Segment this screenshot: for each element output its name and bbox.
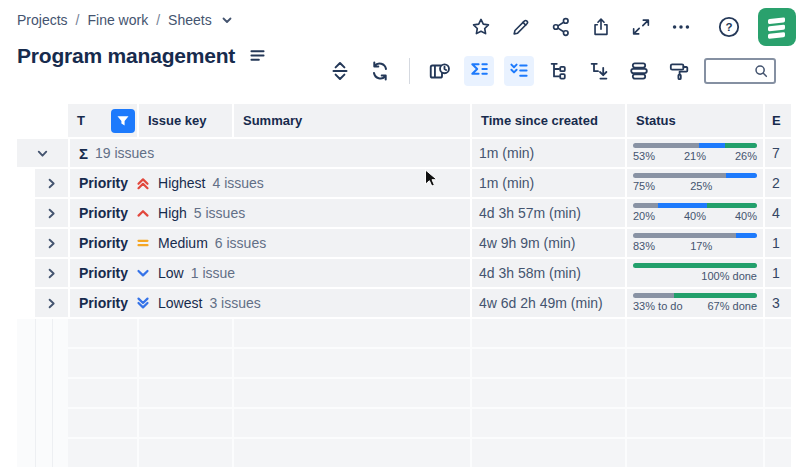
column-header-status[interactable]: Status <box>625 104 763 137</box>
row-expander[interactable] <box>35 229 68 257</box>
share-icon[interactable] <box>549 15 573 39</box>
issue-count: 6 issues <box>215 235 266 251</box>
chevron-down-icon[interactable] <box>35 146 50 161</box>
status-bar-segment-green <box>633 263 757 268</box>
breadcrumb-item-projects[interactable]: Projects <box>17 12 68 28</box>
column-header-estimate[interactable]: E <box>763 104 791 137</box>
issue-count: 3 issues <box>209 295 260 311</box>
breadcrumb-item-fine-work[interactable]: Fine work <box>87 12 148 28</box>
fullscreen-icon[interactable] <box>629 15 653 39</box>
status-bar <box>633 173 757 178</box>
column-header-issue-key[interactable]: Issue key <box>137 104 232 137</box>
issue-count: 4 issues <box>212 175 263 191</box>
group-field: Priority <box>79 205 128 221</box>
more-icon[interactable] <box>669 15 693 39</box>
group-row-lowest[interactable]: Priority Lowest 3 issues 4w 6d 2h 49m (m… <box>0 289 800 317</box>
group-row-highest[interactable]: Priority Highest 4 issues 1m (min) 75%25… <box>0 169 800 197</box>
status-cell: 33% to do67% done <box>625 289 763 317</box>
group-row-medium[interactable]: Priority Medium 6 issues 4w 9h 9m (min) … <box>0 229 800 257</box>
topbar-actions: ? <box>469 6 797 48</box>
toolbar-divider <box>409 58 410 84</box>
group-value: Highest <box>158 175 205 191</box>
toolbar-hierarchy[interactable] <box>544 56 574 86</box>
time-since-created-cell: 1m (min) <box>470 139 625 167</box>
star-icon[interactable] <box>469 15 493 39</box>
export-icon[interactable] <box>589 15 613 39</box>
status-bar-segment-gray <box>633 173 726 178</box>
row-expander[interactable] <box>35 289 68 317</box>
priority-high-icon <box>135 205 151 221</box>
toolbar-aggregate-sum[interactable] <box>464 56 494 86</box>
column-header-type-label: T <box>77 113 85 128</box>
status-cell: 83%17% <box>625 229 763 257</box>
row-expander[interactable] <box>35 169 68 197</box>
status-bar <box>633 293 757 298</box>
column-header-type[interactable]: T <box>68 104 137 137</box>
help-icon[interactable]: ? <box>717 15 741 39</box>
status-bar <box>633 233 757 238</box>
table-header: T Issue key Summary Time since created S… <box>68 104 791 137</box>
page-title: Program management <box>17 44 235 68</box>
row-expander[interactable] <box>35 259 68 287</box>
time-since-created-cell: 4d 3h 58m (min) <box>470 259 625 287</box>
priority-highest-icon <box>135 175 151 191</box>
toolbar-paint-roller[interactable] <box>664 56 694 86</box>
svg-text:?: ? <box>725 21 732 33</box>
time-since-created-cell: 4w 6d 2h 49m (min) <box>470 289 625 317</box>
toolbar-expand-collapse[interactable] <box>325 56 355 86</box>
status-bar-segment-gray <box>633 293 674 298</box>
status-bar-segment-blue <box>726 173 757 178</box>
issue-count: 1 issue <box>191 265 235 281</box>
indent-guides <box>17 319 68 467</box>
chevron-right-icon[interactable] <box>44 236 59 251</box>
chevron-right-icon[interactable] <box>44 206 59 221</box>
description-lines-icon[interactable] <box>249 47 266 68</box>
group-row-label: Priority Highest 4 issues <box>68 169 470 197</box>
row-indent <box>0 169 35 197</box>
breadcrumb: Projects / Fine work / Sheets <box>17 12 234 28</box>
search-field[interactable] <box>706 63 753 79</box>
search-input[interactable] <box>704 58 776 84</box>
priority-medium-icon <box>135 235 151 251</box>
column-header-summary[interactable]: Summary <box>232 104 470 137</box>
chevron-right-icon[interactable] <box>44 266 59 281</box>
search-icon <box>753 63 769 79</box>
group-value: High <box>158 205 187 221</box>
status-bar-labels: 83%17% <box>633 240 757 252</box>
toolbar-group-check[interactable] <box>504 56 534 86</box>
row-indent <box>0 289 35 317</box>
toolbar-hierarchy-sort[interactable] <box>584 56 614 86</box>
group-row-label: Priority Lowest 3 issues <box>68 289 470 317</box>
status-bar-segment-green <box>674 293 757 298</box>
chevron-right-icon[interactable] <box>44 296 59 311</box>
group-field: Priority <box>79 265 128 281</box>
sum-row-label: Σ 19 issues <box>68 139 470 167</box>
toolbar-layers[interactable] <box>624 56 654 86</box>
group-row-high[interactable]: Priority High 5 issues 4d 3h 57m (min) 2… <box>0 199 800 227</box>
row-indent <box>0 199 35 227</box>
sum-row[interactable]: Σ 19 issues 1m (min) 53%21%26% 7 <box>0 139 800 167</box>
chevron-down-icon[interactable] <box>220 13 234 27</box>
issue-count: 5 issues <box>194 205 245 221</box>
estimate-cell: 3 <box>763 289 791 317</box>
breadcrumb-item-sheets[interactable]: Sheets <box>168 12 212 28</box>
estimate-cell: 1 <box>763 229 791 257</box>
priority-low-icon <box>135 265 151 281</box>
row-expander[interactable] <box>17 139 68 167</box>
group-value: Lowest <box>158 295 202 311</box>
breadcrumb-separator: / <box>76 12 80 28</box>
time-since-created-cell: 4d 3h 57m (min) <box>470 199 625 227</box>
toolbar-refresh[interactable] <box>365 56 395 86</box>
filter-button[interactable] <box>111 109 135 133</box>
status-bar-labels: 33% to do67% done <box>633 300 757 312</box>
row-expander[interactable] <box>35 199 68 227</box>
group-row-low[interactable]: Priority Low 1 issue 4d 3h 58m (min) 100… <box>0 259 800 287</box>
column-header-time-since-created[interactable]: Time since created <box>470 104 625 137</box>
status-bar <box>633 263 757 268</box>
chevron-right-icon[interactable] <box>44 176 59 191</box>
sigma-symbol: Σ <box>79 145 88 162</box>
status-bar-labels: 75%25% <box>633 180 757 192</box>
structure-logo-icon[interactable] <box>757 7 797 47</box>
pencil-icon[interactable] <box>509 15 533 39</box>
toolbar-views[interactable] <box>424 56 454 86</box>
